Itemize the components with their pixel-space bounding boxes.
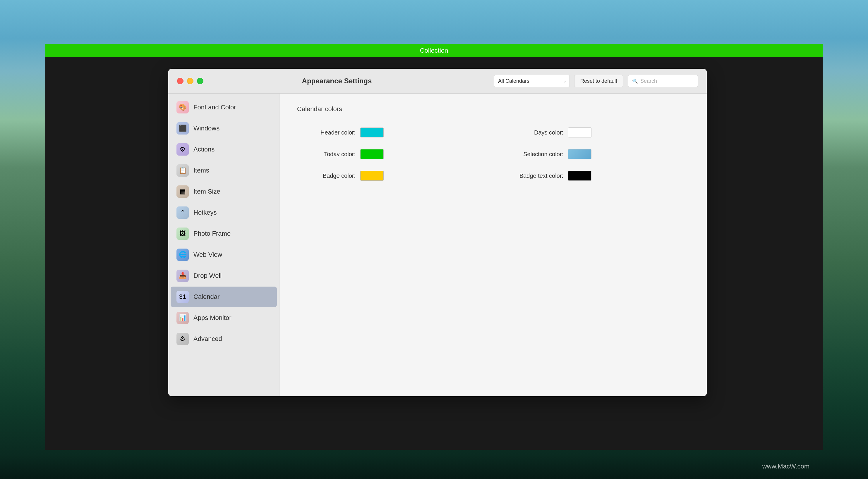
app-titlebar: Collection <box>45 44 823 57</box>
sidebar-label-web-view: Web View <box>193 251 222 259</box>
main-panel: Calendar colors: Header color:Days color… <box>279 94 707 396</box>
color-row-header-color: Header color: <box>297 128 482 137</box>
item-size-icon: ▦ <box>177 185 189 198</box>
color-row-badge-text-color: Badge text color: <box>505 171 689 181</box>
section-title: Calendar colors: <box>297 105 689 113</box>
settings-titlebar: Appearance Settings All Calendars ⌄ Rese… <box>168 69 707 94</box>
search-placeholder: Search <box>640 78 657 84</box>
windows-icon: ⬛ <box>177 122 189 135</box>
calendar-dropdown[interactable]: All Calendars ⌄ <box>494 75 570 87</box>
window-title: Appearance Settings <box>186 77 488 85</box>
search-box[interactable]: 🔍 Search <box>628 75 698 87</box>
hotkeys-icon: ⌃ <box>177 206 189 219</box>
calendar-dropdown-value: All Calendars <box>498 78 529 84</box>
items-icon: 📋 <box>177 164 189 177</box>
app-title: Collection <box>420 47 448 55</box>
web-view-icon: 🌐 <box>177 248 189 261</box>
color-swatch-badge-color[interactable] <box>360 171 384 181</box>
watermark: www.MacW.com <box>762 463 809 470</box>
sidebar-label-photo-frame: Photo Frame <box>193 230 230 237</box>
sidebar-label-calendar: Calendar <box>193 293 219 301</box>
color-label-badge-text-color: Badge text color: <box>505 173 563 179</box>
reset-button[interactable]: Reset to default <box>574 75 623 87</box>
apps-monitor-icon: 📊 <box>177 312 189 324</box>
sidebar: 🎨Font and Color⬛Windows⚙Actions📋Items▦It… <box>168 94 279 396</box>
sidebar-label-font-and-color: Font and Color <box>193 104 236 111</box>
color-swatch-days-color[interactable] <box>568 128 591 137</box>
toolbar-right: All Calendars ⌄ Reset to default 🔍 Searc… <box>494 75 698 87</box>
sidebar-item-apps-monitor[interactable]: 📊Apps Monitor <box>170 308 277 328</box>
color-row-days-color: Days color: <box>505 128 689 137</box>
sidebar-label-item-size: Item Size <box>193 188 220 195</box>
color-label-selection-color: Selection color: <box>505 151 563 158</box>
sidebar-item-items[interactable]: 📋Items <box>170 160 277 181</box>
font-and-color-icon: 🎨 <box>177 101 189 113</box>
color-label-today-color: Today color: <box>297 151 355 158</box>
color-row-today-color: Today color: <box>297 149 482 159</box>
color-swatch-badge-text-color[interactable] <box>568 171 591 181</box>
sidebar-item-drop-well[interactable]: 📥Drop Well <box>170 266 277 286</box>
color-swatch-selection-color[interactable] <box>568 149 591 159</box>
color-row-selection-color: Selection color: <box>505 149 689 159</box>
sidebar-item-font-and-color[interactable]: 🎨Font and Color <box>170 97 277 117</box>
sidebar-item-hotkeys[interactable]: ⌃Hotkeys <box>170 202 277 223</box>
sidebar-label-apps-monitor: Apps Monitor <box>193 314 231 322</box>
sidebar-label-windows: Windows <box>193 125 219 132</box>
search-icon: 🔍 <box>632 78 638 84</box>
sidebar-item-item-size[interactable]: ▦Item Size <box>170 181 277 202</box>
calendar-icon: 31 <box>177 291 189 303</box>
sidebar-item-actions[interactable]: ⚙Actions <box>170 139 277 160</box>
sidebar-label-actions: Actions <box>193 146 215 153</box>
sidebar-item-web-view[interactable]: 🌐Web View <box>170 244 277 265</box>
color-grid: Header color:Days color:Today color:Sele… <box>297 128 689 181</box>
sidebar-label-advanced: Advanced <box>193 335 222 343</box>
sidebar-item-photo-frame[interactable]: 🖼Photo Frame <box>170 224 277 244</box>
sidebar-label-items: Items <box>193 167 209 174</box>
sidebar-label-drop-well: Drop Well <box>193 272 221 280</box>
color-label-header-color: Header color: <box>297 129 355 136</box>
drop-well-icon: 📥 <box>177 270 189 282</box>
close-button[interactable] <box>177 78 184 84</box>
sidebar-item-windows[interactable]: ⬛Windows <box>170 118 277 139</box>
sidebar-label-hotkeys: Hotkeys <box>193 209 217 216</box>
chevron-down-icon: ⌄ <box>563 79 566 83</box>
color-label-badge-color: Badge color: <box>297 173 355 179</box>
color-swatch-today-color[interactable] <box>360 149 384 159</box>
sidebar-item-calendar[interactable]: 31Calendar <box>170 286 277 307</box>
settings-content: 🎨Font and Color⬛Windows⚙Actions📋Items▦It… <box>168 94 707 396</box>
advanced-icon: ⚙ <box>177 333 189 345</box>
color-swatch-header-color[interactable] <box>360 128 384 137</box>
photo-frame-icon: 🖼 <box>177 228 189 240</box>
color-row-badge-color: Badge color: <box>297 171 482 181</box>
color-label-days-color: Days color: <box>505 129 563 136</box>
settings-window: Appearance Settings All Calendars ⌄ Rese… <box>168 69 707 396</box>
actions-icon: ⚙ <box>177 143 189 156</box>
sidebar-item-advanced[interactable]: ⚙Advanced <box>170 329 277 349</box>
